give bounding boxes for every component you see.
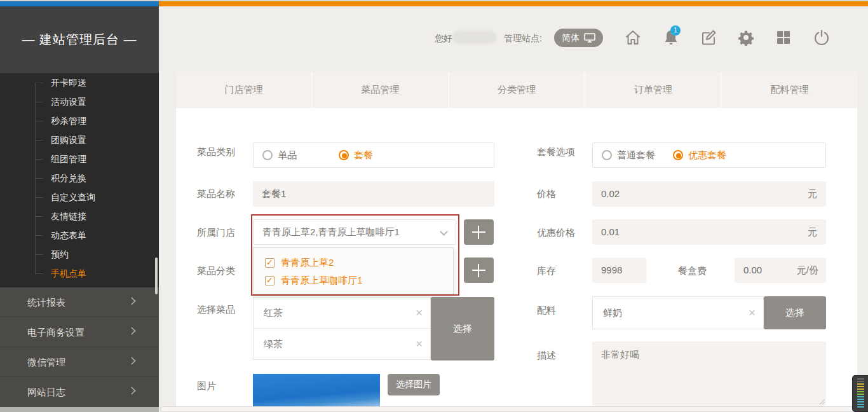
greeting-text: 您好: [435, 33, 452, 45]
group-label: 微信管理: [27, 357, 65, 367]
radio-single-dish-label: 单品: [278, 149, 297, 161]
ingredient-value: 鲜奶: [603, 307, 622, 318]
selected-dish-row: 红茶 ×: [253, 297, 431, 329]
sidebar-item-group-buy[interactable]: 团购设置: [0, 130, 159, 149]
sidebar-item-team-manage[interactable]: 组团管理: [0, 149, 159, 168]
dish-type-radio-group: 单品 套餐: [253, 142, 494, 168]
description-label: 描述: [537, 350, 556, 362]
store-select-value: 青青原上草2,青青原上草咖啡厅1: [262, 226, 400, 237]
tab-store-manage[interactable]: 门店管理: [176, 72, 311, 108]
box-fee-unit: 元/份: [797, 258, 818, 283]
price-unit: 元: [808, 181, 817, 207]
group-label: 网站日志: [27, 387, 65, 397]
select-ingredient-button[interactable]: 选择: [764, 296, 826, 329]
dish-category-label: 菜品分类: [197, 265, 235, 277]
edit-icon[interactable]: [700, 29, 717, 46]
sidebar-item-friend-links[interactable]: 友情链接: [0, 207, 159, 226]
sidebar-groups: 统计报表 电子商务设置 微信管理 网站日志: [0, 287, 159, 407]
group-label: 统计报表: [27, 297, 65, 308]
dish-name: 绿茶: [264, 338, 283, 349]
description-textarea[interactable]: 非常好喝: [592, 341, 826, 406]
checkbox-checked-icon[interactable]: [265, 276, 275, 285]
tab-category-manage[interactable]: 分类管理: [448, 72, 585, 108]
ingredient-label: 配料: [537, 305, 556, 317]
add-dish-category-button[interactable]: [464, 258, 494, 283]
chevron-right-icon: [128, 297, 136, 305]
image-label: 图片: [197, 380, 216, 392]
store-dropdown-panel: 青青原上草2 青青原上草咖啡厅1: [253, 247, 454, 294]
box-fee-label: 餐盒费: [678, 265, 707, 277]
sidebar-group-ecommerce[interactable]: 电子商务设置: [0, 317, 159, 347]
notification-badge: 1: [670, 25, 681, 36]
stock-input[interactable]: 9998: [592, 258, 646, 283]
topbar-orange-accent: [159, 1, 868, 6]
checkbox-checked-icon[interactable]: [265, 258, 275, 268]
dropdown-option-label: 青青原上草咖啡厅1: [281, 275, 362, 287]
home-icon[interactable]: [625, 29, 641, 46]
level-meter-widget: [852, 375, 868, 412]
price-input[interactable]: 0.02 元: [592, 181, 826, 207]
select-dish-label: 选择菜品: [197, 304, 235, 316]
sidebar-item-activity-settings[interactable]: 活动设置: [0, 92, 159, 111]
horizontal-scrollbar-track[interactable]: [0, 407, 159, 412]
sidebar-scrollbar-thumb[interactable]: [155, 258, 158, 294]
level-meter-bars: [857, 377, 865, 410]
sidebar-item-card-gift[interactable]: 开卡即送: [0, 73, 159, 92]
gear-icon[interactable]: [738, 29, 754, 46]
remove-dish-icon[interactable]: ×: [416, 329, 423, 359]
sidebar-item-flash-sale[interactable]: 秒杀管理: [0, 111, 159, 130]
horizontal-scrollbar-thumb[interactable]: [160, 406, 859, 412]
sidebar-group-statistics[interactable]: 统计报表: [0, 287, 159, 317]
radio-discount-combo[interactable]: [673, 150, 683, 160]
radio-normal-combo-label: 普通套餐: [617, 149, 655, 161]
discount-price-input[interactable]: 0.01 元: [592, 219, 826, 245]
sidebar-menu: 开卡即送 活动设置 秒杀管理 团购设置 组团管理 积分兑换 自定义查询 友情链接…: [0, 73, 159, 287]
sidebar-group-wechat[interactable]: 微信管理: [0, 347, 159, 377]
sidebar-item-dynamic-form[interactable]: 动态表单: [0, 226, 159, 245]
tab-bar: 门店管理 菜品管理 分类管理 订单管理 配料管理: [176, 72, 857, 108]
remove-ingredient-icon[interactable]: ×: [749, 297, 756, 329]
store-select[interactable]: 青青原上草2,青青原上草咖啡厅1: [253, 219, 456, 245]
monitor-icon: [584, 33, 595, 43]
sidebar-item-points-exchange[interactable]: 积分兑换: [0, 168, 159, 188]
dropdown-option-store-2[interactable]: 青青原上草咖啡厅1: [265, 271, 453, 289]
ingredient-input[interactable]: 鲜奶 ×: [592, 296, 764, 329]
dish-name-input[interactable]: 套餐1: [253, 181, 494, 207]
discount-price-label: 优惠价格: [537, 227, 575, 239]
dropdown-option-store-1[interactable]: 青青原上草2: [265, 254, 453, 271]
radio-combo[interactable]: [339, 150, 349, 160]
select-image-button[interactable]: 选择图片: [388, 374, 440, 395]
tab-order-manage[interactable]: 订单管理: [584, 72, 721, 108]
store-label: 所属门店: [197, 227, 235, 239]
language-button[interactable]: 简体: [554, 29, 603, 47]
radio-single-dish[interactable]: [262, 150, 273, 160]
dish-name: 红茶: [264, 307, 283, 318]
sidebar-item-mobile-order[interactable]: 手机点单: [0, 264, 159, 283]
add-store-button[interactable]: [464, 219, 494, 245]
sidebar-item-booking[interactable]: 预约: [0, 245, 159, 264]
site-label: 管理站点:: [504, 33, 542, 45]
power-icon[interactable]: [813, 29, 830, 46]
radio-combo-label: 套餐: [354, 149, 373, 161]
dish-type-label: 菜品类别: [197, 146, 235, 158]
sidebar-group-site-log[interactable]: 网站日志: [0, 377, 159, 407]
sidebar-header: — 建站管理后台 —: [0, 6, 159, 73]
tab-ingredient-manage[interactable]: 配料管理: [721, 72, 857, 108]
language-label: 简体: [562, 32, 580, 44]
tab-dish-manage[interactable]: 菜品管理: [311, 72, 448, 108]
chevron-right-icon: [128, 327, 136, 335]
box-fee-input[interactable]: 0.00 元/份: [735, 258, 826, 283]
radio-normal-combo[interactable]: [602, 150, 612, 160]
topbar-blue-accent: [0, 1, 159, 6]
dish-name-label: 菜品名称: [197, 188, 235, 200]
remove-dish-icon[interactable]: ×: [416, 298, 423, 328]
select-dish-button[interactable]: 选择: [431, 297, 494, 360]
price-label: 价格: [537, 188, 556, 200]
box-fee-value: 0.00: [743, 264, 762, 275]
grid-apps-icon[interactable]: [775, 29, 792, 46]
sidebar-item-custom-query[interactable]: 自定义查询: [0, 188, 159, 207]
combo-option-radio-group: 普通套餐 优惠套餐: [592, 142, 826, 168]
chevron-down-icon: [440, 228, 448, 236]
radio-discount-combo-label: 优惠套餐: [688, 149, 726, 161]
price-value: 0.02: [601, 188, 620, 199]
